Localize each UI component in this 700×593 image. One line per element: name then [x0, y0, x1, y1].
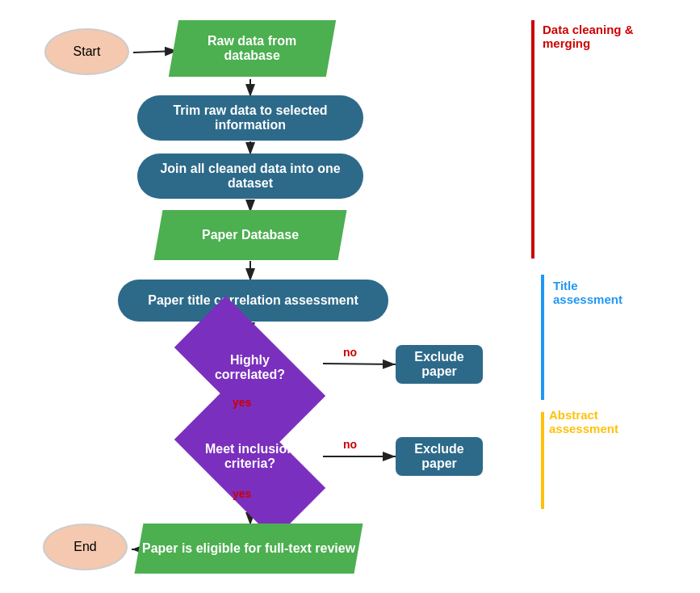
join-label: Join all cleaned data into one dataset	[137, 162, 363, 191]
trim-node: Trim raw data to selected information	[137, 95, 363, 141]
exclude2-node: Excludepaper	[396, 437, 483, 476]
raw-data-label: Raw data fromdatabase	[207, 34, 296, 63]
title-assess-node: Paper title correlation assessment	[118, 280, 388, 322]
end-node: End	[43, 524, 128, 570]
raw-data-node: Raw data fromdatabase	[169, 20, 336, 77]
paper-db-node: Paper Database	[154, 210, 347, 260]
svg-line-1	[133, 51, 178, 53]
exclude2-label: Excludepaper	[414, 442, 463, 471]
no2-label: no	[343, 438, 357, 451]
eligible-node: Paper is eligible for full-text review	[135, 524, 363, 574]
yes1-label: yes	[233, 396, 251, 409]
flowchart-diagram: Start Raw data fromdatabase Trim raw dat…	[0, 0, 700, 593]
eligible-label: Paper is eligible for full-text review	[142, 541, 355, 556]
exclude1-label: Excludepaper	[414, 350, 463, 379]
paper-db-label: Paper Database	[202, 228, 299, 242]
title-assess-label: Paper title correlation assessment	[148, 293, 358, 308]
title-assessment-label: Titleassessment	[553, 279, 622, 306]
data-cleaning-label: Data cleaning &merging	[543, 23, 634, 50]
start-node: Start	[44, 28, 129, 75]
no1-label: no	[343, 346, 357, 359]
svg-line-7	[323, 364, 396, 364]
end-label: End	[73, 540, 96, 554]
exclude1-node: Excludepaper	[396, 345, 483, 384]
abstract-assessment-label: Abstractassessment	[549, 408, 618, 435]
join-node: Join all cleaned data into one dataset	[137, 154, 363, 199]
trim-label: Trim raw data to selected information	[137, 103, 363, 132]
yes2-label: yes	[233, 487, 251, 500]
start-label: Start	[73, 44, 101, 59]
